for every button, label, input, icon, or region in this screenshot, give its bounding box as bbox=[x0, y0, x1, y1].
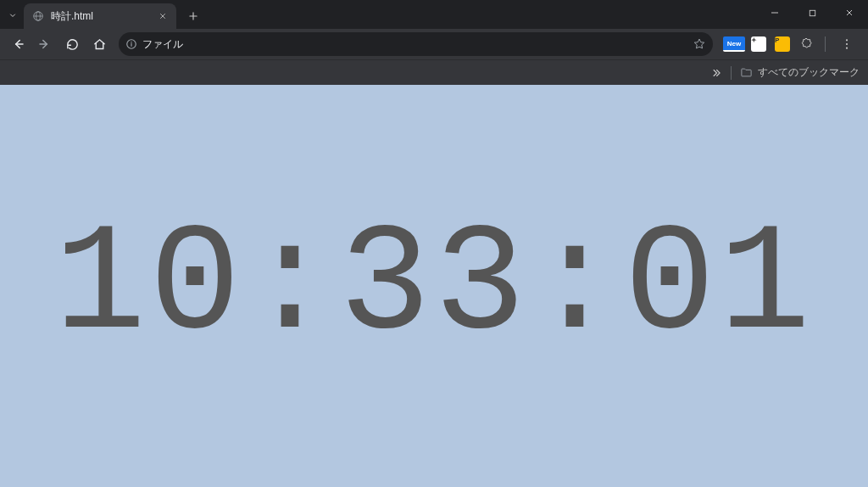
tab-search-dropdown[interactable] bbox=[5, 3, 20, 27]
all-bookmarks-label: すべてのブックマーク bbox=[758, 65, 860, 80]
svg-point-12 bbox=[846, 48, 848, 49]
close-icon bbox=[159, 12, 167, 20]
browser-tab[interactable]: 時計.html bbox=[24, 3, 176, 29]
extensions-row: New ✦ P bbox=[720, 31, 863, 57]
maximize-button[interactable] bbox=[793, 0, 831, 25]
titlebar: 時計.html bbox=[0, 0, 868, 29]
arrow-left-icon bbox=[10, 36, 25, 52]
extension-3-icon: P bbox=[775, 36, 790, 52]
svg-point-11 bbox=[846, 43, 848, 45]
all-bookmarks-button[interactable]: すべてのブックマーク bbox=[740, 65, 860, 80]
bookmarks-bar: すべてのブックマーク bbox=[0, 59, 868, 85]
close-window-button[interactable] bbox=[831, 0, 868, 25]
bookmarks-divider bbox=[731, 66, 732, 80]
kebab-menu-icon bbox=[840, 37, 854, 51]
home-icon bbox=[92, 37, 107, 52]
home-button[interactable] bbox=[86, 31, 112, 57]
back-button[interactable] bbox=[5, 31, 31, 57]
arrow-right-icon bbox=[37, 36, 53, 52]
toolbar: ファイル New ✦ P bbox=[0, 29, 868, 59]
chevron-down-icon bbox=[8, 10, 18, 20]
extensions-menu-button[interactable] bbox=[796, 34, 816, 54]
minimize-icon bbox=[770, 8, 780, 18]
extension-3[interactable]: P bbox=[772, 34, 793, 54]
address-bar[interactable]: ファイル bbox=[119, 32, 713, 56]
reload-icon bbox=[65, 37, 80, 52]
globe-icon bbox=[32, 10, 44, 22]
extension-2[interactable]: ✦ bbox=[748, 34, 769, 54]
extension-2-icon: ✦ bbox=[751, 36, 766, 52]
svg-rect-4 bbox=[810, 10, 815, 15]
chrome-menu-button[interactable] bbox=[834, 31, 860, 57]
extension-new-badge[interactable]: New bbox=[723, 36, 745, 52]
bookmarks-overflow-button[interactable] bbox=[710, 67, 722, 79]
reload-button[interactable] bbox=[59, 31, 85, 57]
forward-button[interactable] bbox=[32, 31, 58, 57]
star-icon bbox=[693, 37, 706, 51]
site-info-icon[interactable] bbox=[125, 38, 137, 50]
url-text: ファイル bbox=[142, 37, 687, 52]
chevron-double-right-icon bbox=[710, 67, 722, 79]
tab-title: 時計.html bbox=[51, 9, 149, 24]
new-tab-button[interactable] bbox=[181, 4, 205, 28]
plus-icon bbox=[187, 10, 199, 22]
clock-display: 10:33:01 bbox=[54, 199, 814, 372]
page-content: 10:33:01 bbox=[0, 85, 868, 487]
maximize-icon bbox=[808, 8, 817, 18]
tab-close-button[interactable] bbox=[156, 9, 170, 23]
minimize-button[interactable] bbox=[756, 0, 793, 25]
folder-icon bbox=[740, 66, 753, 79]
window-controls bbox=[756, 0, 868, 25]
toolbar-divider bbox=[825, 36, 826, 52]
svg-point-10 bbox=[846, 39, 848, 41]
bookmark-star-button[interactable] bbox=[693, 37, 706, 51]
extension-new-label: New bbox=[727, 40, 741, 48]
close-icon bbox=[844, 8, 854, 18]
puzzle-icon bbox=[799, 37, 813, 51]
